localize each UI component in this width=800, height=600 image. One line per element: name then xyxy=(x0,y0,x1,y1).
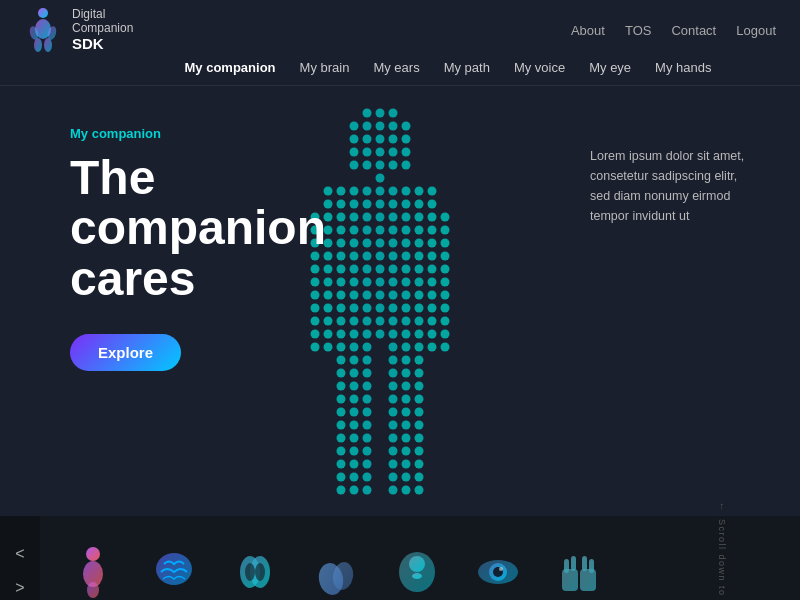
svg-rect-24 xyxy=(580,569,596,591)
svg-point-18 xyxy=(412,573,422,579)
about-link[interactable]: About xyxy=(571,23,605,38)
svg-rect-25 xyxy=(564,559,569,573)
arrow-column: < > xyxy=(0,516,40,600)
thumb-icon-path xyxy=(311,544,361,599)
logo-line2: Companion xyxy=(72,21,133,35)
svg-rect-27 xyxy=(582,556,587,571)
nav-my-brain[interactable]: My brain xyxy=(300,56,350,79)
thumbnail-list xyxy=(40,534,631,601)
thumb-icon-hands xyxy=(554,544,604,599)
thumb-icon-brain xyxy=(149,544,199,599)
thumb-icon-eye xyxy=(473,544,523,599)
next-arrow[interactable]: > xyxy=(7,575,32,600)
svg-rect-23 xyxy=(562,569,578,591)
hero-left: My companion The companion cares Explore xyxy=(0,86,340,516)
thumb-ears[interactable] xyxy=(222,534,287,601)
svg-rect-28 xyxy=(589,559,594,573)
hero-title-line2: companion xyxy=(70,201,326,254)
thumb-icon-voice xyxy=(392,544,442,599)
thumb-path[interactable] xyxy=(303,534,368,601)
hero-title-line1: The xyxy=(70,151,155,204)
explore-button[interactable]: Explore xyxy=(70,334,181,371)
thumb-voice[interactable] xyxy=(384,534,449,601)
thumb-hands[interactable] xyxy=(546,534,611,601)
header-links: About TOS Contact Logout xyxy=(571,23,776,38)
logout-link[interactable]: Logout xyxy=(736,23,776,38)
header: Digital Companion SDK About TOS Contact … xyxy=(0,0,800,50)
nav-my-eye[interactable]: My eye xyxy=(589,56,631,79)
svg-point-12 xyxy=(245,563,255,581)
svg-point-4 xyxy=(34,38,42,52)
bottom-nav: < > Scroll down to explore xyxy=(0,516,800,600)
thumb-eye[interactable] xyxy=(465,534,530,601)
nav-my-companion[interactable]: My companion xyxy=(185,56,276,79)
hero-description-text: Lorem ipsum dolor sit amet, consetetur s… xyxy=(590,146,760,226)
svg-point-5 xyxy=(44,38,52,52)
thumb-icon-ears xyxy=(230,544,280,599)
prev-arrow[interactable]: < xyxy=(7,541,32,567)
svg-point-0 xyxy=(38,8,48,18)
logo-area: Digital Companion SDK xyxy=(24,7,133,54)
nav-my-hands[interactable]: My hands xyxy=(655,56,711,79)
logo-text: Digital Companion SDK xyxy=(72,7,133,54)
hero-description: Lorem ipsum dolor sit amet, consetetur s… xyxy=(590,146,760,226)
thumb-icon-companion xyxy=(68,544,118,599)
svg-point-22 xyxy=(499,567,503,571)
thumb-companion[interactable] xyxy=(60,534,125,601)
hero-title: The companion cares xyxy=(70,153,340,304)
svg-point-9 xyxy=(156,553,192,585)
svg-rect-26 xyxy=(571,556,576,571)
main-content: My companion The companion cares Explore… xyxy=(0,86,800,516)
contact-link[interactable]: Contact xyxy=(671,23,716,38)
hero-title-line3: cares xyxy=(70,252,195,305)
svg-point-6 xyxy=(86,547,100,561)
svg-point-17 xyxy=(409,556,425,572)
tos-link[interactable]: TOS xyxy=(625,23,652,38)
logo-icon xyxy=(24,7,62,53)
main-nav: My companion My brain My ears My path My… xyxy=(0,50,800,86)
svg-point-13 xyxy=(255,563,265,581)
scroll-indicator: Scroll down to explore xyxy=(717,501,728,600)
nav-my-path[interactable]: My path xyxy=(444,56,490,79)
nav-my-ears[interactable]: My ears xyxy=(373,56,419,79)
logo-sdk: SDK xyxy=(72,35,133,53)
logo-line1: Digital xyxy=(72,7,133,21)
svg-point-8 xyxy=(87,582,99,598)
section-label: My companion xyxy=(70,126,340,141)
nav-my-voice[interactable]: My voice xyxy=(514,56,565,79)
thumb-brain[interactable] xyxy=(141,534,206,601)
